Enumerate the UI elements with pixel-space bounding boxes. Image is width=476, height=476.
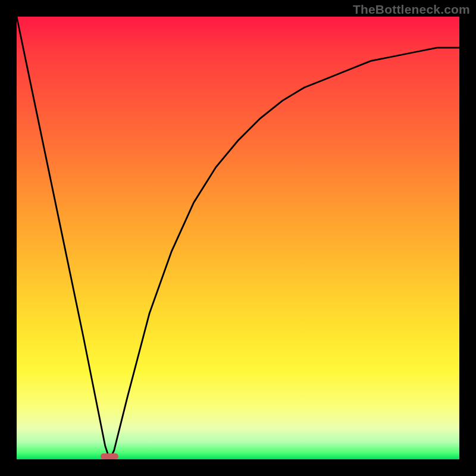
curve-layer [17,17,459,459]
plot-area [17,17,459,459]
bottleneck-curve [17,17,459,459]
chart-frame: TheBottleneck.com [0,0,476,476]
watermark-label: TheBottleneck.com [353,2,470,17]
optimal-marker [101,453,118,459]
